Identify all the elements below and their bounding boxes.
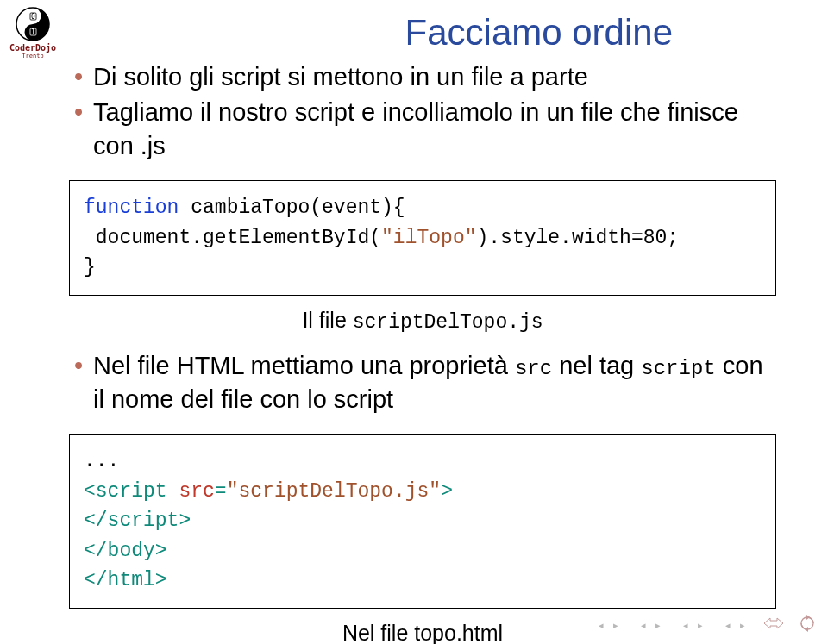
nav-back-forward[interactable]	[764, 617, 783, 633]
yinyang-icon: 0 1	[16, 7, 50, 41]
bullet-list-mid: Nel file HTML mettiamo una proprietà src…	[69, 349, 776, 417]
keyword-function: function	[84, 197, 179, 219]
nav-prev-sub-icon[interactable]: ◂	[680, 619, 692, 631]
nav-next-frame-icon[interactable]: ▸	[737, 619, 749, 631]
bullet-item: Nel file HTML mettiamo una proprietà src…	[69, 349, 776, 417]
slide-content: Di solito gli script si mettono in un fi…	[69, 60, 776, 644]
nav-prev-frame-icon[interactable]: ◂	[722, 619, 734, 631]
bullet-item: Tagliamo il nostro script e incolliamolo…	[69, 96, 776, 163]
nav-prev-section-icon[interactable]: ◂	[637, 619, 649, 631]
svg-text:0: 0	[31, 13, 35, 21]
nav-group-3: ◂ ▸	[680, 619, 706, 631]
logo-location: Trento	[9, 53, 57, 59]
slide-title: Facciamo ordine	[405, 12, 673, 53]
code-caption-1: Il file scriptDelTopo.js	[69, 308, 776, 334]
nav-next-icon[interactable]: ▸	[610, 619, 622, 631]
nav-prev-icon[interactable]: ◂	[595, 619, 607, 631]
bullet-list-top: Di solito gli script si mettono in un fi…	[69, 60, 776, 163]
nav-group-2: ◂ ▸	[637, 619, 664, 631]
nav-group-4: ◂ ▸	[722, 619, 749, 631]
code-block-html: ... <script src="scriptDelTopo.js"> </sc…	[69, 434, 776, 609]
nav-group-1: ◂ ▸	[595, 619, 622, 631]
logo-name: CoderDojo	[9, 43, 57, 53]
nav-refresh-icon[interactable]	[799, 615, 816, 635]
logo-block: 0 1 CoderDojo Trento	[9, 7, 57, 59]
svg-text:1: 1	[31, 28, 35, 36]
nav-next-section-icon[interactable]: ▸	[652, 619, 664, 631]
bullet-item: Di solito gli script si mettono in un fi…	[69, 60, 776, 94]
code-block-js: function cambiaTopo(event){ document.get…	[69, 180, 776, 296]
nav-controls: ◂ ▸ ◂ ▸ ◂ ▸ ◂ ▸	[595, 615, 816, 635]
nav-next-sub-icon[interactable]: ▸	[694, 619, 706, 631]
